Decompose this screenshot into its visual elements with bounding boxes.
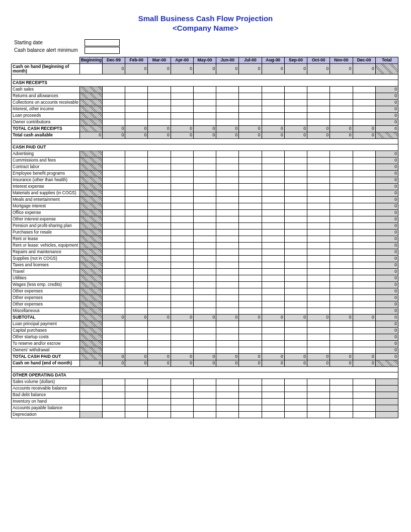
cell[interactable]	[102, 150, 125, 157]
cell[interactable]	[239, 405, 262, 411]
cell[interactable]	[330, 255, 353, 262]
cell[interactable]	[262, 405, 284, 411]
cell[interactable]	[330, 392, 353, 398]
cell[interactable]	[262, 288, 284, 294]
cell[interactable]	[330, 405, 353, 411]
cell[interactable]	[102, 347, 125, 353]
cell[interactable]	[171, 392, 193, 398]
cell[interactable]	[307, 340, 330, 347]
cell[interactable]	[148, 340, 171, 347]
cell[interactable]	[193, 392, 216, 398]
cell[interactable]	[171, 294, 193, 301]
cell[interactable]	[262, 275, 284, 281]
cell[interactable]	[330, 112, 353, 119]
cell[interactable]	[125, 340, 148, 347]
cell[interactable]	[171, 222, 193, 229]
cell[interactable]	[216, 119, 239, 125]
cell[interactable]	[262, 106, 284, 112]
cell[interactable]	[102, 262, 125, 268]
cell[interactable]	[307, 255, 330, 262]
cell[interactable]	[125, 203, 148, 209]
cell[interactable]	[102, 106, 125, 112]
cell[interactable]	[171, 308, 193, 314]
cell[interactable]	[125, 112, 148, 119]
cell[interactable]	[307, 216, 330, 222]
cell[interactable]	[330, 216, 353, 222]
cell[interactable]	[262, 164, 284, 170]
cell[interactable]	[284, 203, 307, 209]
cell[interactable]	[353, 86, 375, 93]
cell[interactable]	[262, 222, 284, 229]
cell[interactable]	[307, 222, 330, 229]
cell[interactable]	[171, 119, 193, 125]
cell[interactable]	[171, 86, 193, 93]
cell[interactable]	[102, 99, 125, 106]
cell[interactable]	[102, 236, 125, 242]
cell[interactable]	[307, 392, 330, 398]
cell[interactable]	[171, 385, 193, 392]
cell[interactable]	[284, 150, 307, 157]
cell[interactable]	[330, 190, 353, 196]
cell[interactable]	[330, 275, 353, 281]
cell[interactable]	[307, 99, 330, 106]
cell[interactable]	[284, 281, 307, 288]
cell[interactable]	[148, 242, 171, 249]
cell[interactable]	[148, 398, 171, 405]
cell[interactable]	[171, 164, 193, 170]
cell[interactable]	[262, 157, 284, 164]
cell[interactable]	[148, 119, 171, 125]
cell[interactable]	[307, 196, 330, 203]
cell[interactable]	[102, 411, 125, 418]
cell[interactable]	[125, 308, 148, 314]
cell[interactable]	[353, 157, 375, 164]
cell[interactable]	[102, 190, 125, 196]
cell[interactable]	[216, 288, 239, 294]
cell[interactable]	[216, 216, 239, 222]
cell[interactable]	[102, 378, 125, 385]
cell[interactable]	[284, 385, 307, 392]
cell[interactable]	[284, 119, 307, 125]
cell[interactable]	[216, 242, 239, 249]
cell[interactable]	[262, 86, 284, 93]
cell[interactable]	[284, 321, 307, 327]
cell[interactable]	[307, 268, 330, 275]
cell[interactable]	[148, 301, 171, 308]
cell[interactable]	[79, 385, 102, 392]
cell[interactable]	[171, 327, 193, 334]
cell[interactable]	[102, 93, 125, 99]
cell[interactable]	[330, 236, 353, 242]
cell[interactable]	[284, 392, 307, 398]
cell[interactable]	[148, 164, 171, 170]
cell[interactable]	[239, 301, 262, 308]
cell[interactable]	[239, 321, 262, 327]
cell[interactable]	[171, 112, 193, 119]
cell[interactable]	[307, 385, 330, 392]
cell[interactable]	[171, 157, 193, 164]
cell[interactable]	[171, 268, 193, 275]
cell[interactable]	[284, 106, 307, 112]
cell[interactable]	[330, 249, 353, 255]
cell[interactable]	[148, 334, 171, 340]
cell[interactable]	[239, 99, 262, 106]
cell[interactable]	[353, 411, 375, 418]
cell[interactable]	[193, 170, 216, 177]
cell[interactable]	[239, 262, 262, 268]
cell[interactable]	[102, 275, 125, 281]
cell[interactable]	[284, 216, 307, 222]
cell[interactable]	[353, 236, 375, 242]
cell[interactable]	[307, 378, 330, 385]
cell[interactable]	[193, 385, 216, 392]
cell[interactable]	[125, 170, 148, 177]
cell[interactable]	[239, 203, 262, 209]
cell[interactable]	[125, 177, 148, 183]
cell[interactable]	[102, 385, 125, 392]
cell[interactable]	[353, 268, 375, 275]
cell[interactable]	[171, 262, 193, 268]
cell[interactable]	[171, 242, 193, 249]
cell[interactable]	[262, 150, 284, 157]
cell[interactable]	[193, 340, 216, 347]
cell[interactable]	[239, 170, 262, 177]
cell[interactable]	[330, 229, 353, 236]
cell[interactable]	[148, 294, 171, 301]
cell[interactable]	[239, 242, 262, 249]
